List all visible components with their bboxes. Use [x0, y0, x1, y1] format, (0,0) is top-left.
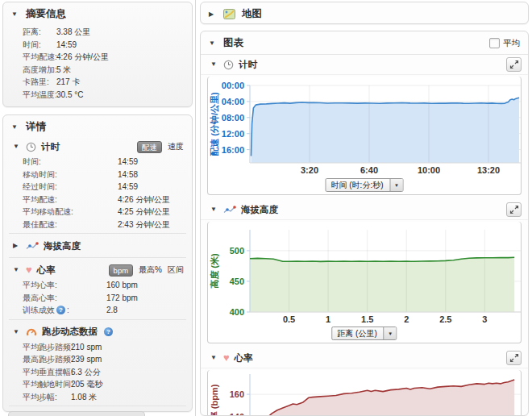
- map-header[interactable]: ▶ 地图: [201, 2, 528, 24]
- pace-toggle-button[interactable]: 配速: [137, 141, 162, 153]
- row-label: 平均步幅:: [23, 393, 57, 401]
- row-label: 卡路里:: [23, 77, 49, 86]
- charts-header[interactable]: ▼ 图表 平均: [201, 31, 528, 55]
- max-percent-toggle-button[interactable]: 最高%: [139, 264, 162, 276]
- y-tick-label: 140: [230, 412, 244, 416]
- elevation-chart[interactable]: 5004504000.511.522.53高度 (米): [208, 222, 522, 325]
- divider: [9, 406, 186, 406]
- divider: [9, 319, 186, 320]
- collapse-triangle-icon[interactable]: ▼: [13, 266, 21, 274]
- zone-toggle-button[interactable]: 区间: [168, 264, 184, 276]
- x-tick-label: 6:40: [360, 165, 378, 175]
- elevation-section-header[interactable]: ▶ 海拔高度: [3, 236, 192, 255]
- collapse-triangle-icon[interactable]: ▼: [209, 40, 217, 48]
- collapse-triangle-icon[interactable]: ▼: [210, 206, 218, 214]
- elevation-chart-icon: [223, 206, 236, 214]
- collapse-triangle-icon[interactable]: ▼: [210, 354, 218, 362]
- elevation-chart-header[interactable]: ▼ 海拔高度: [201, 200, 528, 220]
- detail-row: 最高心率:172 bpm: [3, 292, 192, 305]
- summary-row: 高度增加:5 米: [3, 64, 192, 77]
- run-dynamics-title: 跑步动态数据: [42, 326, 98, 338]
- help-icon[interactable]: ?: [56, 306, 65, 314]
- clock-icon: [223, 60, 234, 70]
- heart-rate-chart-header[interactable]: ▼ ♥ 心率: [201, 348, 528, 368]
- collapse-triangle-icon[interactable]: ▼: [210, 60, 218, 69]
- run-dynamics-section-header[interactable]: ▼ 跑步动态数据 ?: [3, 322, 192, 341]
- row-label: 平均配速:: [23, 195, 57, 204]
- divider: [9, 257, 186, 258]
- detail-row: 移动时间:14:58: [3, 168, 192, 181]
- row-label: 平均配速:: [23, 52, 57, 61]
- heart-rate-chart-box: 160140120心率 (bpm): [207, 370, 522, 416]
- chevron-down-icon[interactable]: ▼: [384, 327, 397, 339]
- detail-row: 平均跑步踏频:210 spm: [3, 341, 192, 354]
- collapse-triangle-icon[interactable]: ▼: [11, 10, 19, 19]
- timing-section-header[interactable]: ▼ 计时 配速 速度: [3, 137, 192, 156]
- row-label: 平均跑步踏频:: [23, 343, 73, 352]
- summary-row: 卡路里:217 卡: [3, 76, 192, 89]
- summary-row: 距离:3.38 公里: [3, 26, 192, 39]
- summary-row: 平均配速:4:26 分钟/公里: [3, 51, 192, 64]
- x-axis-dropdown[interactable]: 距离 (公里) ▼: [331, 327, 397, 340]
- row-label: 高度增加:: [23, 65, 57, 74]
- map-panel: ▶ 地图: [200, 2, 529, 24]
- x-tick-label: 1.5: [361, 314, 373, 324]
- heart-rate-section-header[interactable]: ▼ ♥ 心率 bpm 最高% 区间: [3, 260, 192, 279]
- x-tick-label: 0.5: [283, 314, 295, 324]
- x-tick-label: 3: [482, 314, 487, 324]
- heart-icon: ♥: [223, 353, 230, 363]
- charts-title: 图表: [223, 36, 243, 50]
- y-tick-label: 160: [230, 389, 244, 399]
- x-tick-label: 13:20: [477, 165, 500, 175]
- row-value: 4:26 分钟/公里: [56, 51, 109, 64]
- x-tick-label: 2.5: [439, 314, 451, 324]
- average-checkbox[interactable]: [489, 38, 500, 48]
- row-value: 14:59: [118, 156, 138, 168]
- summary-header[interactable]: ▼ 摘要信息: [3, 2, 192, 24]
- y-axis-title: 心率 (bpm): [210, 384, 219, 416]
- y-tick-label: 08:00: [222, 113, 244, 123]
- timing-title: 计时: [41, 141, 60, 153]
- run-dynamics-gauge-icon: [26, 327, 37, 337]
- detail-row: 经过时间:14:59: [3, 181, 192, 193]
- collapse-triangle-icon[interactable]: ▼: [11, 123, 19, 131]
- summary-rows: 距离:3.38 公里 时间:14:59 平均配速:4:26 分钟/公里 高度增加…: [3, 24, 192, 106]
- x-axis-dropdown[interactable]: 时间 (时:分:秒) ▼: [326, 178, 404, 192]
- row-value: 239 spm: [71, 353, 102, 366]
- expand-chart-button[interactable]: [506, 202, 522, 217]
- row-label: 最高跑步踏频:: [23, 355, 73, 364]
- expand-chart-button[interactable]: [506, 351, 522, 365]
- training-effect-row: 训练成效?: 2.8: [3, 304, 192, 317]
- details-header[interactable]: ▼ 详情: [3, 115, 192, 137]
- row-value: 4:25 分钟/公里: [118, 206, 170, 218]
- x-tick-label: 2: [404, 314, 409, 324]
- column-divider: [195, 0, 196, 416]
- clock-icon: [26, 142, 36, 152]
- row-label: 训练成效: [23, 306, 55, 314]
- expand-chart-button[interactable]: [506, 57, 522, 72]
- row-value: 14:59: [56, 39, 77, 52]
- elevation-chart-title: 海拔高度: [241, 204, 278, 216]
- pace-chart[interactable]: 00:0004:0008:0012:0016:003:206:4010:0013…: [208, 77, 522, 177]
- expand-triangle-icon[interactable]: ▶: [13, 242, 21, 250]
- speed-toggle-button[interactable]: 速度: [168, 141, 184, 152]
- elevation-title: 海拔高度: [44, 240, 81, 252]
- chevron-down-icon[interactable]: ▼: [390, 179, 403, 191]
- pace-chart-header[interactable]: ▼ 计时: [201, 55, 528, 75]
- expand-triangle-icon[interactable]: ▶: [209, 10, 217, 19]
- help-icon[interactable]: ?: [104, 327, 113, 336]
- collapse-triangle-icon[interactable]: ▼: [13, 328, 21, 336]
- row-value: 4:26 分钟/公里: [118, 193, 170, 206]
- detail-row: 平均配速:4:26 分钟/公里: [3, 193, 192, 206]
- row-value: 205 毫秒: [71, 378, 102, 391]
- divider: [9, 233, 186, 234]
- chart-area: [251, 98, 520, 163]
- collapse-triangle-icon[interactable]: ▼: [13, 143, 21, 151]
- x-axis-dropdown-label: 时间 (时:分:秒): [326, 180, 390, 191]
- map-icon: [223, 9, 235, 19]
- row-value: 14:58: [118, 168, 138, 181]
- bpm-toggle-button[interactable]: bpm: [109, 264, 133, 277]
- heart-rate-chart[interactable]: 160140120心率 (bpm): [208, 370, 522, 416]
- charts-panel: ▼ 图表 平均 ▼ 计时 00:0004:0008:0012:0016:003:…: [200, 31, 529, 416]
- row-label: 移动时间:: [23, 170, 57, 179]
